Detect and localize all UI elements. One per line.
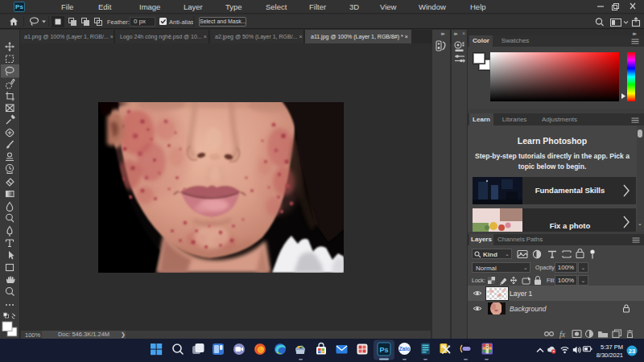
svg-text:8/30/2021: 8/30/2021 bbox=[597, 352, 623, 359]
svg-text:fx: fx bbox=[559, 330, 566, 339]
svg-text:Ps: Ps bbox=[379, 346, 388, 354]
svg-text:23: 23 bbox=[629, 348, 635, 355]
svg-text:5:37 PM: 5:37 PM bbox=[601, 343, 623, 351]
svg-text:Zalo: Zalo bbox=[399, 346, 410, 352]
